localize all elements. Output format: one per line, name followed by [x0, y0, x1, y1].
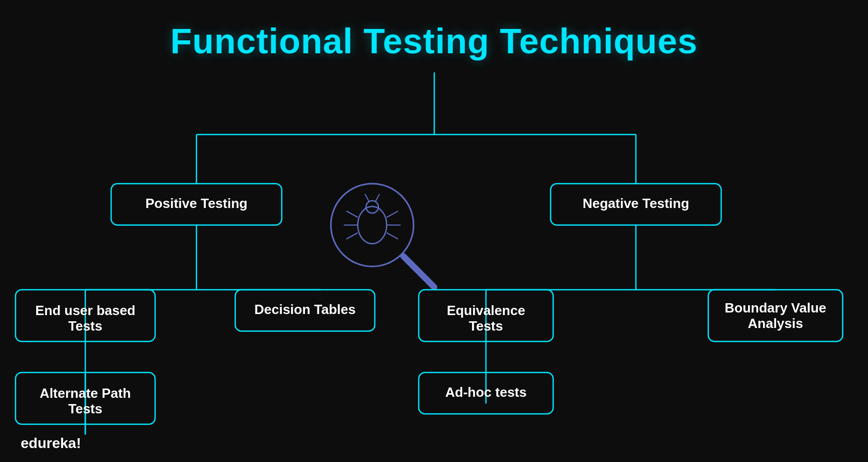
end-user-tests-label-1: End user based	[35, 303, 135, 318]
bug-antenna-1	[365, 194, 369, 202]
logo: edureka!	[21, 435, 81, 452]
boundary-value-label-1: Boundary Value	[725, 300, 827, 316]
bug-leg-3	[346, 233, 358, 239]
equivalence-tests-label-1: Equivalence	[447, 303, 525, 318]
alternate-path-label-1: Alternate Path	[40, 385, 131, 401]
negative-testing-label: Negative Testing	[583, 196, 689, 211]
bug-leg-1	[346, 211, 358, 217]
diagram-container: Positive Testing Negative Testing	[0, 72, 868, 462]
positive-testing-label: Positive Testing	[145, 196, 247, 211]
adhoc-tests-label: Ad-hoc tests	[445, 384, 526, 400]
end-user-tests-label-2: Tests	[68, 318, 102, 334]
bug-leg-6	[387, 233, 398, 239]
bug-body	[358, 206, 387, 244]
page-title: Functional Testing Techniques	[0, 0, 868, 61]
boundary-value-label-2: Analysis	[748, 316, 803, 331]
equivalence-tests-label-2: Tests	[469, 318, 503, 334]
magnifier-handle	[403, 256, 434, 287]
bug-antenna-2	[375, 194, 379, 202]
alternate-path-label-2: Tests	[68, 401, 102, 416]
bug-leg-4	[387, 211, 398, 217]
decision-tables-label: Decision Tables	[254, 302, 356, 317]
